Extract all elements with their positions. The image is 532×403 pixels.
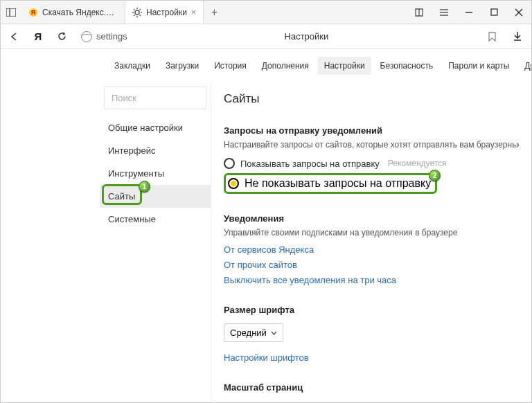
maximize-button[interactable]	[481, 1, 506, 24]
svg-line-12	[140, 9, 141, 10]
menu-icon[interactable]	[432, 1, 456, 24]
svg-line-11	[134, 15, 135, 16]
sidebar-item-system[interactable]: Системные	[100, 208, 211, 231]
settings-sidebar: Поиск Общие настройки Интерфейс Инструме…	[100, 82, 211, 402]
sidebar-item-tools[interactable]: Инструменты	[100, 162, 211, 185]
close-icon[interactable]: ×	[191, 7, 197, 17]
section-font-size: Размер шрифта Средний Настройки шрифтов	[224, 305, 519, 363]
section-title: Масштаб страниц	[224, 382, 519, 393]
topnav-downloads[interactable]: Загрузки	[159, 57, 205, 75]
radio-icon-checked	[228, 178, 239, 189]
radio-hide-requests[interactable]: Не показывать запросы на отправку 2	[224, 173, 437, 194]
link-yandex-services[interactable]: От сервисов Яндекса	[224, 244, 519, 255]
titlebar: Я Скачать Яндекс.Браузер д Настройки × +	[1, 1, 531, 24]
section-page-zoom: Масштаб страниц	[224, 382, 519, 393]
sidebar-item-sites[interactable]: Сайты 1	[100, 185, 211, 208]
bookmark-icon[interactable]	[486, 32, 498, 42]
radio-icon	[224, 158, 235, 169]
minimize-button[interactable]	[456, 1, 481, 24]
topnav-passwords[interactable]: Пароли и карты	[442, 57, 515, 75]
topnav-addons[interactable]: Дополнения	[256, 57, 315, 75]
sidebar-search-input[interactable]: Поиск	[104, 87, 206, 109]
tab-settings[interactable]: Настройки ×	[125, 1, 204, 24]
link-other-sites[interactable]: От прочих сайтов	[224, 260, 519, 270]
section-title: Запросы на отправку уведомлений	[224, 125, 519, 136]
svg-line-10	[140, 15, 141, 16]
page-title-center: Настройки	[132, 31, 481, 42]
link-font-settings[interactable]: Настройки шрифтов	[224, 352, 519, 363]
yandex-favicon: Я	[28, 8, 38, 17]
sidebar-item-general[interactable]: Общие настройки	[100, 116, 211, 139]
reader-mode-icon[interactable]	[407, 1, 432, 24]
globe-icon	[81, 31, 92, 42]
font-size-select[interactable]: Средний	[224, 323, 283, 342]
topnav-other-devices[interactable]: Другие устр	[518, 57, 531, 75]
link-disable-3h[interactable]: Выключить все уведомления на три часа	[224, 275, 519, 285]
section-description: Управляйте своими подписками на уведомле…	[224, 228, 519, 238]
section-title: Уведомления	[224, 213, 519, 224]
section-title: Размер шрифта	[224, 305, 519, 315]
settings-topnav: Закладки Загрузки История Дополнения Нас…	[100, 49, 531, 82]
yandex-home-button[interactable]: Я	[30, 28, 46, 45]
svg-line-9	[134, 9, 135, 10]
section-notifications: Уведомления Управляйте своими подписками…	[224, 213, 519, 285]
annotation-badge-2: 2	[429, 170, 441, 181]
page-heading: Сайты	[224, 92, 519, 106]
address-bar: Я settings Настройки	[1, 24, 531, 49]
svg-point-4	[135, 10, 139, 15]
tab-title: Скачать Яндекс.Браузер д	[42, 8, 118, 17]
topnav-security[interactable]: Безопасность	[374, 57, 440, 75]
url-text: settings	[96, 31, 127, 42]
svg-rect-17	[491, 9, 497, 15]
section-notification-requests: Запросы на отправку уведомлений Настраив…	[224, 125, 519, 194]
topnav-history[interactable]: История	[208, 57, 253, 75]
svg-text:Я: Я	[31, 9, 35, 16]
radio-show-requests[interactable]: Показывать запросы на отправку Рекоменду…	[224, 156, 519, 170]
gear-icon	[132, 8, 142, 17]
radio-label: Не показывать запросы на отправку	[245, 177, 431, 190]
back-button[interactable]	[6, 28, 23, 45]
topnav-settings[interactable]: Настройки	[318, 57, 371, 75]
address-field[interactable]: settings Настройки	[77, 31, 502, 42]
annotation-badge-1: 1	[139, 181, 150, 192]
section-description: Настраивайте запросы от сайтов, которые …	[224, 140, 519, 150]
recommended-label: Рекомендуется	[388, 159, 447, 168]
sidebar-item-label: Сайты	[108, 191, 135, 202]
tab-title: Настройки	[146, 8, 187, 17]
content-area: Закладки Загрузки История Дополнения Нас…	[1, 49, 531, 402]
reload-button[interactable]	[53, 28, 70, 45]
select-value: Средний	[230, 328, 267, 338]
downloads-button[interactable]	[509, 31, 526, 42]
tabview-button[interactable]	[1, 1, 21, 24]
topnav-bookmarks[interactable]: Закладки	[108, 57, 157, 75]
sidebar-item-interface[interactable]: Интерфейс	[100, 139, 211, 162]
tab-download-yandex[interactable]: Я Скачать Яндекс.Браузер д	[21, 1, 125, 24]
close-button[interactable]	[506, 1, 531, 24]
new-tab-button[interactable]: +	[204, 6, 224, 19]
radio-label: Показывать запросы на отправку	[240, 159, 380, 169]
chevron-down-icon	[271, 331, 277, 335]
svg-rect-0	[6, 8, 16, 17]
settings-main: Сайты Запросы на отправку уведомлений На…	[211, 82, 531, 402]
